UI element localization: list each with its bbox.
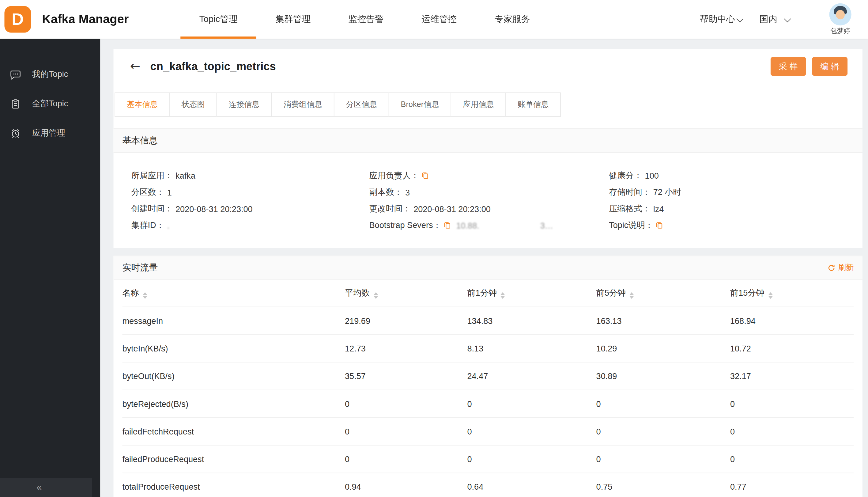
copy-icon[interactable] [421,172,429,179]
m15-cell: 10.72 [730,334,854,362]
m1-cell: 0 [467,390,596,417]
table-row: failedProduceRequest 0 0 0 0 [122,445,854,472]
region-menu[interactable]: 国内 [760,0,790,39]
nav-ops-control[interactable]: 运维管控 [403,0,476,39]
sidebar-item-my-topic[interactable]: 我的Topic [0,60,100,89]
copy-icon[interactable] [444,221,451,229]
clipboard-icon [10,98,21,109]
tab-label: 分区信息 [346,100,377,110]
tab-connection-info[interactable]: 连接信息 [217,93,272,117]
tab-label: 账单信息 [518,100,549,110]
sort-icon [374,292,378,299]
realtime-traffic-card: 实时流量 刷新 名称 平均数 前1分钟 前5分钟 前15分钟 [114,256,863,497]
m15-cell: 0 [730,445,854,472]
refresh-icon [828,264,835,272]
primary-nav: Topic管理 集群管理 监控告警 运维管控 专家服务 [180,0,549,39]
col-header-last-15min[interactable]: 前15分钟 [730,280,854,307]
tab-broker-info[interactable]: Broker信息 [389,93,451,117]
avg-cell: 0.94 [345,472,467,497]
sidebar: 我的Topic 全部Topic 应用管理 « [0,39,100,497]
m1-cell: 0 [467,445,596,472]
m15-cell: 0 [730,417,854,445]
field-retention-time: 存储时间： 72 小时 [609,187,854,197]
info-row: 创建时间： 2020-08-31 20:23:00 更改时间： 2020-08-… [131,200,854,217]
name-cell: totalProduceRequest [122,472,345,497]
topic-detail-card: ← cn_kafka_topic_metrics 采 样 编 辑 基本信息 状态… [114,49,863,248]
name-cell: failedFetchRequest [122,417,345,445]
m15-cell: 32.17 [730,362,854,389]
top-navbar: D Kafka Manager Topic管理 集群管理 监控告警 运维管控 专… [0,0,868,39]
tab-bill-info[interactable]: 账单信息 [506,93,561,117]
back-button[interactable]: ← [130,60,140,73]
nav-cluster-management[interactable]: 集群管理 [256,0,330,39]
field-replica-count: 副本数： 3 [370,187,609,197]
nav-topic-management[interactable]: Topic管理 [180,0,256,39]
sample-button[interactable]: 采 样 [771,57,806,76]
col-header-last-5min[interactable]: 前5分钟 [596,280,730,307]
basic-info-section-header: 基本信息 [114,128,863,153]
info-row: 分区数： 1 副本数： 3 存储时间： 72 小时 [131,184,854,200]
nav-expert-service[interactable]: 专家服务 [476,0,549,39]
sidebar-item-label: 应用管理 [32,128,65,138]
avg-cell: 0 [345,417,467,445]
avatar[interactable] [829,3,851,26]
m15-cell: 0.77 [730,472,854,497]
col-header-average[interactable]: 平均数 [345,280,467,307]
help-center-menu[interactable]: 帮助中心 [700,0,742,39]
nav-label: 监控告警 [349,13,384,25]
m5-cell: 0 [596,390,730,417]
tab-consumer-group-info[interactable]: 消费组信息 [271,93,334,117]
region-label: 国内 [760,13,777,25]
col-header-name[interactable]: 名称 [122,280,345,307]
m1-cell: 8.13 [467,334,596,362]
tab-label: 连接信息 [229,100,259,110]
copy-icon[interactable] [655,221,663,229]
table-row: byteOut(KB/s) 35.57 24.47 30.89 32.17 [122,362,854,389]
tab-status-chart[interactable]: 状态图 [169,93,217,117]
refresh-button[interactable]: 刷新 [828,263,854,273]
page-title: cn_kafka_topic_metrics [150,60,765,73]
sidebar-collapse-button[interactable]: « [0,478,92,497]
chevron-down-icon [784,15,791,22]
sort-icon [630,292,634,299]
realtime-metrics-table: 名称 平均数 前1分钟 前5分钟 前15分钟 messageIn 219.69 … [122,280,854,497]
sort-icon [768,292,772,299]
edit-button[interactable]: 编 辑 [812,57,848,76]
refresh-label: 刷新 [838,263,854,273]
col-header-last-1min[interactable]: 前1分钟 [467,280,596,307]
section-title: 基本信息 [122,135,158,146]
tab-label: 应用信息 [463,100,494,110]
brand-logo[interactable]: D [4,6,31,33]
m15-cell: 0 [730,390,854,417]
field-cluster-id: 集群ID： . [131,220,369,230]
nav-label: Topic管理 [199,13,238,25]
avg-cell: 0 [345,445,467,472]
detail-tabs: 基本信息 状态图 连接信息 消费组信息 分区信息 Broker信息 应用信息 账… [114,93,863,117]
tab-label: Broker信息 [401,100,439,110]
realtime-traffic-section-header: 实时流量 刷新 [114,256,863,280]
field-bootstrap-servers: Bootstrap Severs： 10.88. 3… [370,220,609,230]
m1-cell: 134.83 [467,307,596,334]
alarm-gauge-icon [10,127,21,139]
sidebar-item-all-topic[interactable]: 全部Topic [0,89,100,118]
table-header-row: 名称 平均数 前1分钟 前5分钟 前15分钟 [122,280,854,307]
name-cell: byteOut(KB/s) [122,362,345,389]
name-cell: failedProduceRequest [122,445,345,472]
field-partition-count: 分区数： 1 [131,187,369,197]
name-cell: byteIn(KB/s) [122,334,345,362]
collapse-chevrons-icon: « [37,482,42,493]
tab-partition-info[interactable]: 分区信息 [334,93,389,117]
sidebar-item-app-management[interactable]: 应用管理 [0,118,100,148]
chat-bubble-icon [10,69,21,80]
tab-label: 基本信息 [127,100,158,110]
basic-info-grid: 所属应用： kafka 应用负责人： 健康分： 100 分区数： 1 [114,153,863,248]
table-row: byteRejected(B/s) 0 0 0 0 [122,390,854,417]
m5-cell: 0 [596,417,730,445]
tab-basic-info[interactable]: 基本信息 [115,93,170,117]
logo-letter: D [12,10,24,29]
nav-monitor-alert[interactable]: 监控告警 [330,0,403,39]
tab-app-info[interactable]: 应用信息 [451,93,506,117]
m15-cell: 168.94 [730,307,854,334]
sort-icon [501,292,505,299]
m1-cell: 24.47 [467,362,596,389]
